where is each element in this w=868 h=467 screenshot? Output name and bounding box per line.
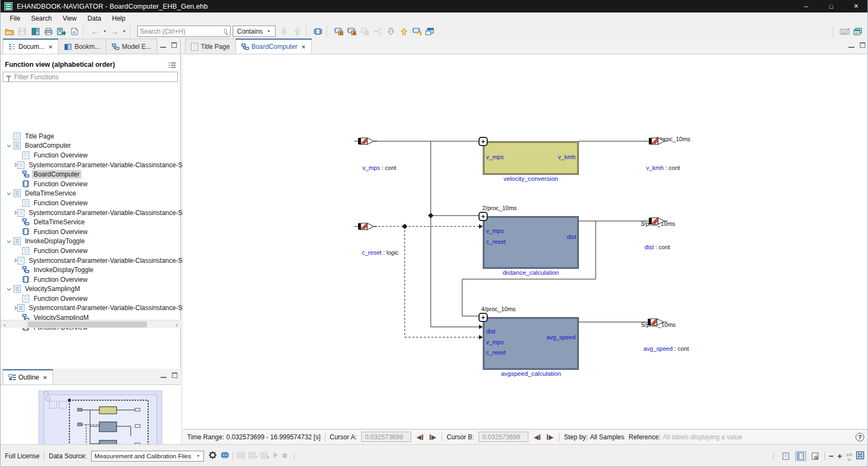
- expander-icon[interactable]: [14, 211, 16, 214]
- open-file-button[interactable]: [3, 25, 16, 38]
- menu-file[interactable]: File: [5, 14, 25, 23]
- menu-help[interactable]: Help: [107, 14, 131, 23]
- expander-icon[interactable]: [5, 241, 12, 242]
- tree-item[interactable]: Systemconstant-Parameter-Variable-Classi…: [1, 304, 181, 313]
- tab-model-explorer[interactable]: Model E...: [106, 39, 157, 54]
- cursor-a-next-button[interactable]: ▶: [429, 433, 437, 441]
- tab-boardcomputer[interactable]: BoardComputer ✕: [235, 39, 312, 54]
- tree-item[interactable]: Function Overview: [1, 179, 181, 189]
- expander-icon[interactable]: [5, 288, 12, 290]
- block-velocity-conversion[interactable]: v_mps v_kmh: [483, 141, 579, 175]
- step-into-button[interactable]: [384, 25, 397, 38]
- forward-history-dropdown[interactable]: ▾: [121, 25, 127, 38]
- open-in-new-window-button[interactable]: [423, 25, 436, 38]
- menu-data[interactable]: Data: [82, 14, 106, 23]
- hide-labels-button[interactable]: [358, 25, 371, 38]
- continuous-view-button[interactable]: a: [810, 451, 821, 461]
- ehandbook-button[interactable]: [29, 25, 42, 38]
- minimize-panel-icon[interactable]: [161, 373, 167, 378]
- scrollbar-thumb[interactable]: [28, 321, 147, 327]
- tree-item[interactable]: Function Overview: [1, 150, 181, 160]
- view-menu-icon[interactable]: [169, 62, 176, 68]
- tab-outline[interactable]: Outline ✕: [3, 369, 53, 384]
- tree-item[interactable]: Systemconstant-Parameter-Variable-Classi…: [1, 208, 181, 218]
- window-layout-button[interactable]: [851, 25, 864, 38]
- maximize-panel-icon[interactable]: [172, 373, 177, 378]
- maximize-button[interactable]: □: [819, 0, 844, 12]
- forward-button[interactable]: →: [108, 25, 121, 38]
- tree-item[interactable]: DeltaTimeService: [1, 217, 181, 227]
- expander-icon[interactable]: [14, 163, 16, 166]
- output-probe-avg-speed[interactable]: [644, 318, 667, 326]
- input-probe-c-reset[interactable]: [354, 222, 377, 231]
- tree-item[interactable]: Function Overview: [1, 198, 181, 208]
- measure-config-button[interactable]: [260, 452, 269, 460]
- tree-item[interactable]: Function Overview: [1, 294, 181, 304]
- minimize-panel-icon[interactable]: [160, 43, 166, 48]
- tree-item-boardcomputer[interactable]: BoardComputer: [1, 141, 181, 151]
- reload-model-button[interactable]: [410, 25, 423, 38]
- single-page-view-button[interactable]: [781, 451, 792, 461]
- expand-block-button[interactable]: +: [478, 137, 488, 146]
- output-probe-v-kmh[interactable]: [645, 137, 668, 146]
- save-button[interactable]: [16, 25, 29, 38]
- tree-item-deltatimeservice[interactable]: DeltaTimeService: [1, 189, 181, 199]
- close-icon[interactable]: ✕: [301, 44, 305, 50]
- show-data-labels-button[interactable]: D: [332, 25, 345, 38]
- model-view-button[interactable]: [311, 25, 324, 38]
- expand-block-button[interactable]: +: [478, 313, 488, 322]
- block-avgspeed-calculation[interactable]: dist v_mps c_reset avg_speed: [483, 317, 579, 370]
- horizontal-scrollbar[interactable]: ‹ ›: [1, 320, 181, 328]
- tree-item[interactable]: Systemconstant-Parameter-Variable-Classi…: [1, 160, 181, 170]
- tree-item[interactable]: Function Overview: [1, 246, 181, 256]
- fit-to-window-button[interactable]: [856, 451, 864, 461]
- menu-view[interactable]: View: [58, 14, 81, 23]
- close-icon[interactable]: ✕: [48, 44, 53, 50]
- measure-grid-button[interactable]: [237, 452, 245, 460]
- filter-functions-input[interactable]: [14, 73, 175, 81]
- close-button[interactable]: ✕: [844, 0, 868, 12]
- cursor-b-next-button[interactable]: ▶: [546, 433, 554, 441]
- input-probe-v-mps[interactable]: [354, 137, 377, 146]
- print-button[interactable]: [42, 25, 55, 38]
- tab-title-page[interactable]: Title Page: [185, 39, 236, 54]
- maximize-panel-icon[interactable]: [171, 42, 177, 48]
- data-source-connect-button[interactable]: [220, 451, 229, 460]
- export-book-button[interactable]: [55, 25, 68, 38]
- zoom-out-button[interactable]: −: [829, 451, 834, 460]
- previous-match-button[interactable]: [291, 25, 304, 38]
- data-source-dropdown[interactable]: Measurement and Calibration Files ▾: [91, 451, 204, 462]
- minimize-button[interactable]: ─: [794, 0, 819, 12]
- tree-item[interactable]: InvokeDisplayToggle: [1, 265, 181, 275]
- measure-grid-add-button[interactable]: [248, 452, 257, 460]
- expand-block-button[interactable]: +: [478, 212, 488, 221]
- stop-measurement-button[interactable]: [282, 452, 288, 460]
- minimize-panel-icon[interactable]: [848, 43, 854, 48]
- start-measurement-button[interactable]: [272, 452, 279, 460]
- expander-icon[interactable]: [5, 145, 12, 147]
- pdf-export-button[interactable]: A: [68, 25, 81, 38]
- tree-item[interactable]: Function Overview: [1, 275, 181, 285]
- search-input[interactable]: [140, 28, 224, 35]
- tree-item-velocitysamplingm[interactable]: VelocitySamplingM: [1, 285, 181, 294]
- split-view-button[interactable]: [371, 25, 384, 38]
- tree-item-title-page[interactable]: Title Page: [1, 131, 181, 141]
- tab-bookmarks[interactable]: Bookm...: [58, 39, 106, 54]
- overflow-icon[interactable]: ⋮: [291, 452, 297, 460]
- tree-item[interactable]: Systemconstant-Parameter-Variable-Classi…: [1, 256, 181, 266]
- search-mode-dropdown[interactable]: Contains ▾: [233, 26, 276, 37]
- tree-item[interactable]: Function Overview: [1, 227, 181, 237]
- output-probe-dist[interactable]: [645, 217, 668, 225]
- maximize-panel-icon[interactable]: [860, 42, 865, 48]
- close-icon[interactable]: ✕: [43, 375, 47, 381]
- settings-button[interactable]: [208, 451, 217, 461]
- help-icon[interactable]: ?: [856, 433, 864, 441]
- cursor-a-previous-button[interactable]: ◀: [416, 433, 424, 441]
- back-history-dropdown[interactable]: ▾: [101, 25, 108, 38]
- back-button[interactable]: ←: [88, 25, 101, 38]
- tree-item-boardcomputer-diagram[interactable]: BoardComputer: [1, 169, 181, 179]
- show-all-labels-button[interactable]: A: [345, 25, 358, 38]
- cursor-a-input[interactable]: [361, 432, 411, 442]
- page-with-sidebar-view-button[interactable]: [795, 451, 806, 461]
- tree-item-invokedisplaytoggle[interactable]: InvokeDisplayToggle: [1, 237, 181, 247]
